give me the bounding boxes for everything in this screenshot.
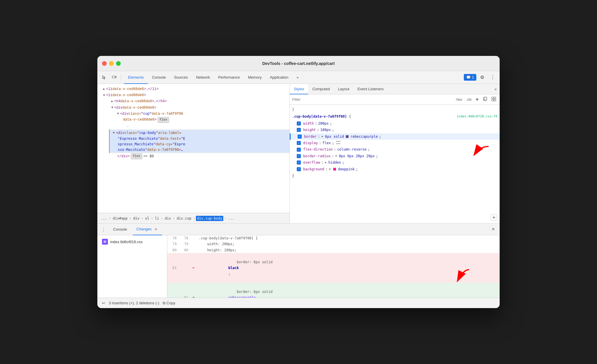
color-swatch-border[interactable] — [346, 135, 349, 138]
css-property-border[interactable]: ✓ border : ▶ 6px solid rebeccapurple ; ⧉ — [290, 133, 500, 140]
css-checkbox-height[interactable]: ✓ — [297, 128, 301, 132]
svg-rect-4 — [492, 97, 494, 99]
prop-name-border-radius: border-radius — [303, 153, 331, 159]
html-line-cont[interactable]: data-v-ced68de6 > flex — [97, 117, 289, 123]
selected-element-block[interactable]: ▶ <div class= "cup-body" aria-label= "Es… — [109, 129, 289, 153]
more-options-button[interactable]: ⋮ — [488, 73, 497, 82]
css-property-background[interactable]: ✓ background : ▶ deeppink ; — [290, 166, 500, 172]
tab-performance[interactable]: Performance — [214, 71, 244, 84]
copy-styles-button[interactable] — [482, 96, 489, 103]
css-property-height[interactable]: ✓ height : 180px ; — [290, 127, 500, 133]
attr-value: sso-Macchiato" — [118, 147, 147, 153]
html-line[interactable]: ▼ <div data-v-ced68de6 > — [97, 105, 289, 111]
styles-tab-computed[interactable]: Computed — [308, 84, 334, 94]
settings-button[interactable]: ⚙ — [477, 73, 487, 82]
css-property-flex-direction[interactable]: ✓ flex-direction : column-reverse ; — [290, 146, 500, 153]
css-property-border-radius[interactable]: ✓ border-radius : ▶ 0px 0px 20px 20px ; — [290, 153, 500, 159]
cls-button[interactable]: .cls — [465, 97, 473, 102]
html-line-closing[interactable]: </div> flex == $0 — [97, 153, 289, 160]
maximize-button[interactable] — [116, 61, 121, 66]
file-item[interactable]: index.8d6c6f18.css — [100, 238, 165, 246]
diff-content[interactable]: 78 78 .cup-body[data-v-7a0f9f00] { 79 79… — [167, 235, 500, 298]
console-dots[interactable]: ⋮ — [100, 226, 107, 233]
toggle-view-button[interactable] — [490, 96, 497, 103]
bottom-content: index.8d6c6f18.css 78 78 .cup-body[data-… — [97, 235, 500, 298]
svg-rect-6 — [492, 99, 494, 101]
css-checkbox-border[interactable]: ✓ — [298, 135, 302, 139]
cup-body-line[interactable]: ▶ <div class= "cup-body" aria-label= — [110, 130, 289, 136]
color-swatch-background[interactable] — [333, 168, 336, 171]
diff-line: 79 79 width: 200px; — [167, 241, 500, 247]
devtools-main: ▶ <li data-v-ced68de6 >…</li> ▼ <li data… — [97, 84, 500, 224]
css-checkbox-border-radius[interactable]: ✓ — [297, 154, 301, 158]
diff-line-content: width: 200px; — [196, 241, 500, 247]
diff-line-content: height: 180px; — [196, 247, 500, 253]
html-line[interactable]: ▼ <div class= "cup" data-v-7a0f9f00 — [97, 111, 289, 117]
breadcrumb-divcupbody[interactable]: div.cup-body — [196, 216, 224, 221]
tab-console[interactable]: Console — [148, 71, 170, 84]
css-property-overflow[interactable]: ✓ overflow : ▶ hidden ; — [290, 159, 500, 166]
prop-value-width: 200px — [318, 121, 329, 126]
bottom-tab-console[interactable]: Console — [110, 224, 131, 235]
tab-memory[interactable]: Memory — [244, 71, 266, 84]
tab-application[interactable]: Application — [266, 71, 293, 84]
close-button[interactable] — [102, 61, 107, 66]
styles-tab-event-listeners[interactable]: Event Listeners — [353, 84, 388, 94]
css-checkbox-display[interactable]: ✓ — [297, 141, 301, 145]
filter-input[interactable] — [292, 97, 452, 102]
breadcrumb-ul[interactable]: ul — [144, 216, 150, 221]
css-file-link[interactable]: index.8d6c6f18.css:74 — [457, 114, 497, 119]
notification-button[interactable]: 💬 1 — [464, 74, 476, 81]
css-checkbox-overflow[interactable]: ✓ — [297, 160, 301, 165]
diff-ln-old: 80 — [167, 247, 179, 253]
expand-triangle: ▼ — [111, 105, 113, 110]
css-checkbox-background[interactable]: ✓ — [297, 167, 301, 171]
diff-line-added: 81 + border: 6px solid rebeccapurple ; — [167, 283, 500, 298]
html-line[interactable]: ▼ <li data-v-ced68de6 > — [97, 92, 289, 98]
styles-tab-more[interactable]: » — [491, 87, 500, 91]
css-checkbox-flex-direction[interactable]: ✓ — [297, 148, 301, 152]
copy-button[interactable]: ⧉ Copy — [163, 301, 175, 305]
expand-triangle: ▶ — [113, 130, 115, 135]
tab-sources[interactable]: Sources — [170, 71, 192, 84]
close-bottom-panel[interactable]: × — [489, 225, 497, 234]
css-property-width[interactable]: ✓ width : 200px ; — [290, 120, 500, 127]
add-property-button[interactable]: + — [490, 214, 497, 221]
device-toolbar-button[interactable] — [110, 73, 119, 82]
styles-tab-styles[interactable]: Styles — [290, 84, 308, 94]
tab-network[interactable]: Network — [192, 71, 214, 84]
breadcrumb-ellipsis[interactable]: ... — [100, 216, 108, 221]
tab-more[interactable]: » — [292, 71, 303, 84]
tag-close: > — [144, 93, 146, 98]
prop-name-border: border — [304, 134, 317, 139]
close-changes-tab[interactable]: × — [153, 227, 159, 232]
breadcrumb-li[interactable]: li — [154, 216, 160, 221]
tab-elements[interactable]: Elements — [124, 71, 148, 84]
elements-content[interactable]: ▶ <li data-v-ced68de6 >…</li> ▼ <li data… — [97, 84, 289, 213]
revert-button[interactable]: ↩ — [102, 301, 105, 305]
flex-badge[interactable]: flex — [158, 117, 169, 123]
html-line[interactable]: … — [97, 123, 289, 129]
html-line[interactable]: ▶ <h4 data-v-ced68de6 >…</h4> — [97, 98, 289, 105]
bottom-tab-changes[interactable]: Changes × — [133, 224, 162, 235]
attr-name: data-cy= — [156, 142, 173, 147]
hov-button[interactable]: :hov — [454, 97, 463, 102]
html-line[interactable]: ▶ <li data-v-ced68de6 >…</li> — [97, 86, 289, 92]
toolbar-divider — [121, 74, 121, 81]
flex-badge[interactable]: flex — [131, 153, 142, 159]
breadcrumb-div2[interactable]: div — [164, 216, 172, 221]
breadcrumb-div[interactable]: div — [132, 216, 141, 221]
breadcrumb-divcup[interactable]: div.cup — [175, 216, 193, 221]
breadcrumb-divapp[interactable]: div#app — [112, 216, 129, 221]
prop-value-border-size: 6px solid — [325, 134, 344, 139]
copy-label: Copy — [166, 301, 175, 305]
minimize-button[interactable] — [109, 61, 114, 66]
breadcrumb-more[interactable]: ... — [227, 216, 236, 221]
select-element-button[interactable] — [100, 73, 109, 82]
css-checkbox-width[interactable]: ✓ — [297, 121, 301, 126]
styles-tab-layout[interactable]: Layout — [334, 84, 353, 94]
add-style-button[interactable]: + — [474, 96, 480, 103]
bottom-panel: ⋮ Console Changes × × index.8d6c6f18.css — [97, 224, 500, 308]
styles-content[interactable]: } .cup-body[data-v-7a0f9f00] { index.8d6… — [290, 105, 500, 223]
css-property-display[interactable]: ✓ display : flex ; — [290, 140, 500, 146]
